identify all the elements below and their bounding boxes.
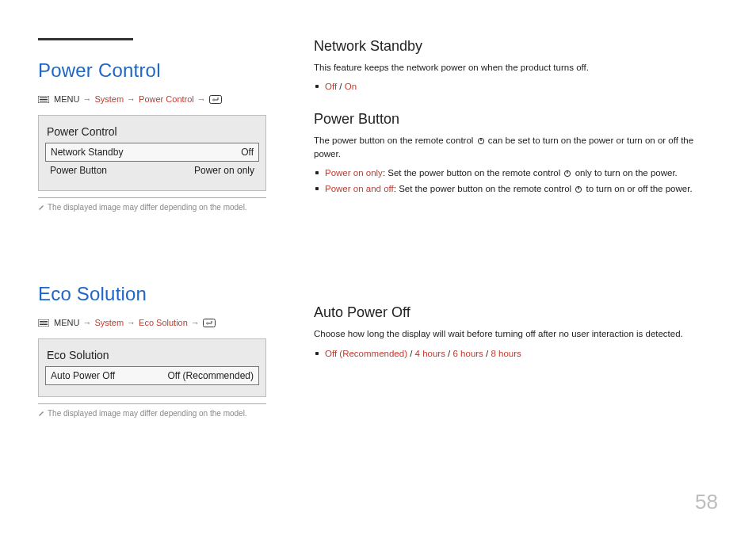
panel-row-network-standby[interactable]: Network Standby Off: [45, 143, 259, 162]
arrow-icon: →: [82, 94, 91, 104]
enter-icon: [203, 319, 216, 327]
divider: [38, 197, 266, 198]
breadcrumb-menu-label: MENU: [54, 94, 79, 104]
option-6h: 6 hours: [453, 349, 483, 358]
left-column: Power Control MENU → System → Power Cont…: [38, 38, 266, 418]
breadcrumb-menu-label: MENU: [54, 318, 79, 327]
desc-network-standby: This feature keeps the network power on …: [314, 61, 718, 75]
option-off: Off: [325, 82, 337, 91]
page-number: 58: [695, 490, 718, 514]
menu-icon: [38, 319, 49, 327]
power-icon: [563, 170, 571, 178]
option-power-on-and-off: Power on and off: Set the power button o…: [325, 182, 718, 197]
breadcrumb-power-control-item: Power Control: [139, 94, 194, 104]
option-label: Power on and off: [325, 184, 394, 193]
row-value: Power on only: [194, 165, 254, 176]
panel-row-auto-power-off[interactable]: Auto Power Off Off (Recommended): [45, 366, 259, 385]
arrow-icon: →: [127, 94, 136, 104]
panel-row-power-button[interactable]: Power Button Power on only: [45, 162, 259, 179]
arrow-icon: →: [197, 94, 206, 104]
desc-power-button: The power button on the remote control c…: [314, 134, 718, 162]
row-label: Power Button: [50, 165, 107, 176]
section-rule: [38, 38, 133, 40]
breadcrumb-eco-item: Eco Solution: [139, 318, 188, 327]
option-sep: /: [337, 82, 345, 91]
heading-network-standby: Network Standby: [314, 38, 718, 55]
arrow-icon: →: [127, 318, 136, 327]
heading-power-button: Power Button: [314, 111, 718, 128]
options-auto-power-off: Off (Recommended) / 4 hours / 6 hours / …: [325, 346, 718, 362]
panel-title: Power Control: [45, 124, 259, 143]
note-text: The displayed image may differ depending…: [48, 203, 247, 212]
breadcrumb-eco-solution: MENU → System → Eco Solution →: [38, 318, 266, 327]
panel-power-control: Power Control Network Standby Off Power …: [38, 115, 266, 191]
pen-icon: [38, 410, 44, 416]
option-4h: 4 hours: [415, 349, 445, 358]
panel-eco-solution: Eco Solution Auto Power Off Off (Recomme…: [38, 338, 266, 397]
row-value: Off: [241, 147, 254, 158]
pen-icon: [38, 204, 44, 210]
heading-power-control: Power Control: [38, 59, 266, 82]
subsection-network-standby: Network Standby This feature keeps the n…: [314, 38, 718, 95]
section-eco-solution: Eco Solution MENU → System → Eco Solutio…: [38, 283, 266, 418]
divider: [38, 403, 266, 404]
menu-icon: [38, 96, 49, 103]
heading-eco-solution: Eco Solution: [38, 283, 266, 305]
power-icon: [575, 185, 582, 193]
breadcrumb-power-control: MENU → System → Power Control →: [38, 94, 266, 104]
enter-icon: [209, 95, 222, 104]
panel-title: Eco Solution: [45, 347, 259, 366]
option-8h: 8 hours: [491, 349, 521, 358]
heading-auto-power-off: Auto Power Off: [314, 304, 718, 321]
row-value: Off (Recommended): [168, 370, 254, 381]
options-network-standby: Off / On: [325, 79, 718, 95]
option-power-on-only: Power on only: Set the power button on t…: [325, 166, 718, 182]
subsection-power-button: Power Button The power button on the rem…: [314, 111, 718, 197]
row-label: Auto Power Off: [51, 370, 115, 381]
note-text: The displayed image may differ depending…: [48, 409, 247, 418]
note-power-control: The displayed image may differ depending…: [38, 203, 266, 212]
arrow-icon: →: [82, 318, 91, 327]
option-on: On: [345, 82, 357, 91]
subsection-auto-power-off: Auto Power Off Choose how long the displ…: [314, 304, 718, 361]
section-power-control: Power Control MENU → System → Power Cont…: [38, 59, 266, 212]
note-eco-solution: The displayed image may differ depending…: [38, 409, 266, 418]
breadcrumb-system: System: [94, 318, 124, 327]
power-icon: [477, 137, 485, 145]
option-off-rec: Off (Recommended): [325, 349, 407, 358]
breadcrumb-system: System: [94, 94, 124, 104]
row-label: Network Standby: [51, 147, 123, 158]
option-label: Power on only: [325, 168, 383, 178]
arrow-icon: →: [191, 318, 200, 327]
right-column: Network Standby This feature keeps the n…: [314, 38, 718, 418]
desc-auto-power-off: Choose how long the display will wait be…: [314, 327, 718, 341]
